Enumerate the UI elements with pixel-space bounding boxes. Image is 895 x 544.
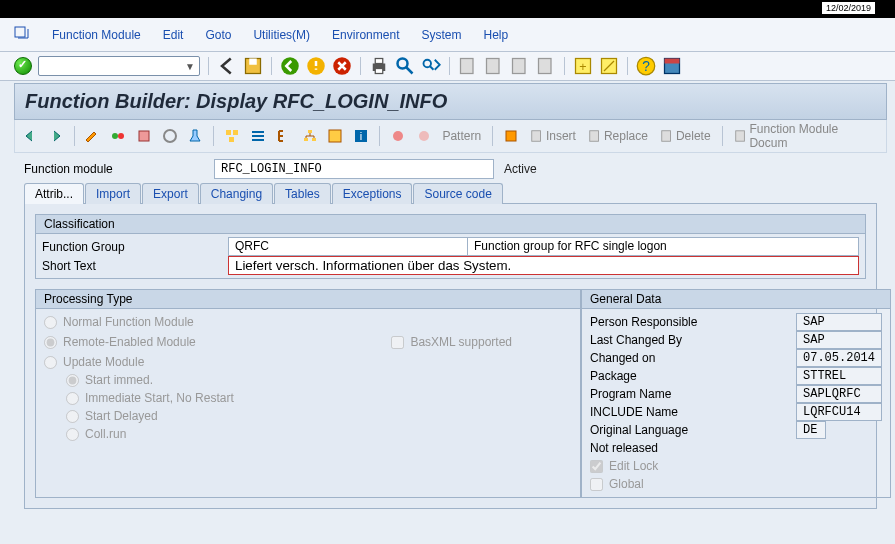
hierarchy-icon[interactable]: [299, 125, 321, 147]
svg-rect-0: [15, 27, 25, 37]
tab-export[interactable]: Export: [142, 183, 199, 204]
tab-tables[interactable]: Tables: [274, 183, 331, 204]
nav-back-icon[interactable]: [19, 125, 41, 147]
separator: [449, 57, 450, 75]
tab-import[interactable]: Import: [85, 183, 141, 204]
function-group-value: QRFC: [228, 237, 468, 256]
menu-edit[interactable]: Edit: [163, 28, 184, 42]
processing-type-title: Processing Type: [36, 290, 580, 309]
where-used-icon[interactable]: [221, 125, 243, 147]
command-field[interactable]: ▼: [38, 56, 200, 76]
separator: [627, 57, 628, 75]
delete-button[interactable]: Delete: [656, 125, 715, 147]
orig-lang-label: Original Language: [590, 421, 796, 439]
edit-lock-label: Edit Lock: [609, 459, 658, 473]
activate-icon[interactable]: [159, 125, 181, 147]
radio-coll-run-label: Coll.run: [85, 427, 126, 441]
function-module-input[interactable]: [214, 159, 494, 179]
radio-remote-input: [44, 336, 57, 349]
fm-label: Function module: [24, 162, 204, 176]
shortcut-icon[interactable]: [599, 56, 619, 76]
replace-label: Replace: [604, 129, 648, 143]
include-label: INCLUDE Name: [590, 403, 796, 421]
global-row: Global: [590, 475, 882, 493]
menu-dropdown-icon[interactable]: [14, 26, 30, 43]
status-active: Active: [504, 162, 537, 176]
tab-exceptions[interactable]: Exceptions: [332, 183, 413, 204]
insert-button[interactable]: Insert: [526, 125, 580, 147]
dropdown-arrow-icon[interactable]: ▼: [185, 61, 195, 72]
save-icon[interactable]: [243, 56, 263, 76]
program-label: Program Name: [590, 385, 796, 403]
menu-help[interactable]: Help: [483, 28, 508, 42]
cancel-icon[interactable]: [332, 56, 352, 76]
find-icon[interactable]: [395, 56, 415, 76]
svg-rect-44: [735, 131, 744, 141]
last-page-icon[interactable]: [536, 56, 556, 76]
pattern-button[interactable]: Pattern: [438, 125, 485, 147]
nav-forward-icon[interactable]: [45, 125, 67, 147]
radio-update-label: Update Module: [63, 355, 144, 369]
svg-rect-30: [252, 135, 264, 137]
radio-coll-run: Coll.run: [44, 425, 572, 443]
function-group-label: Function Group: [42, 238, 228, 256]
radio-normal-fm: Normal Function Module: [44, 313, 572, 331]
radio-remote-label: Remote-Enabled Module: [63, 335, 196, 349]
exit-icon[interactable]: [306, 56, 326, 76]
prev-page-icon[interactable]: [484, 56, 504, 76]
tab-changing[interactable]: Changing: [200, 183, 273, 204]
back-icon[interactable]: [217, 56, 237, 76]
first-page-icon[interactable]: [458, 56, 478, 76]
back-nav-icon[interactable]: [280, 56, 300, 76]
print-icon[interactable]: [369, 56, 389, 76]
pretty-printer-icon[interactable]: [500, 125, 522, 147]
help-doc-icon[interactable]: i: [350, 125, 372, 147]
nav-tree-icon[interactable]: [273, 125, 295, 147]
changed-on-value: 07.05.2014: [796, 349, 882, 367]
menu-goto[interactable]: Goto: [205, 28, 231, 42]
form-area: Function module Active Attrib... Import …: [14, 153, 887, 519]
menu-environment[interactable]: Environment: [332, 28, 399, 42]
radio-immed-no-restart-label: Immediate Start, No Restart: [85, 391, 234, 405]
enter-button[interactable]: [14, 57, 32, 75]
display-change-icon[interactable]: [82, 125, 104, 147]
fm-doc-button[interactable]: Function Module Docum: [730, 125, 882, 147]
breakpoint-ext-icon[interactable]: [413, 125, 435, 147]
svg-rect-31: [252, 139, 264, 141]
tab-source[interactable]: Source code: [413, 183, 502, 204]
menu-system[interactable]: System: [421, 28, 461, 42]
check-icon[interactable]: [133, 125, 155, 147]
svg-point-9: [398, 59, 408, 69]
insert-label: Insert: [546, 129, 576, 143]
radio-normal-input: [44, 316, 57, 329]
menu-utilities[interactable]: Utilities(M): [253, 28, 310, 42]
svg-text:i: i: [360, 130, 362, 142]
menu-function-module[interactable]: Function Module: [52, 28, 141, 42]
test-icon[interactable]: [185, 125, 207, 147]
not-released: Not released: [590, 439, 882, 457]
svg-text:?: ?: [642, 59, 650, 74]
svg-rect-41: [532, 131, 541, 142]
other-object-icon[interactable]: [107, 125, 129, 147]
separator: [722, 126, 723, 146]
object-list-icon[interactable]: [247, 125, 269, 147]
layout-icon[interactable]: [662, 56, 682, 76]
fullscreen-icon[interactable]: [324, 125, 346, 147]
radio-start-delayed-input: [66, 410, 79, 423]
separator: [492, 126, 493, 146]
new-session-icon[interactable]: +: [573, 56, 593, 76]
svg-point-3: [281, 57, 299, 75]
tab-attributes[interactable]: Attrib...: [24, 183, 84, 204]
svg-point-25: [164, 130, 176, 142]
replace-button[interactable]: Replace: [584, 125, 652, 147]
short-text-input[interactable]: [228, 256, 859, 275]
separator: [208, 57, 209, 75]
person-resp-label: Person Responsible: [590, 313, 796, 331]
breakpoint-icon[interactable]: [387, 125, 409, 147]
svg-rect-33: [304, 138, 308, 141]
next-page-icon[interactable]: [510, 56, 530, 76]
svg-rect-7: [375, 59, 383, 64]
separator: [564, 57, 565, 75]
find-next-icon[interactable]: [421, 56, 441, 76]
help-icon[interactable]: ?: [636, 56, 656, 76]
